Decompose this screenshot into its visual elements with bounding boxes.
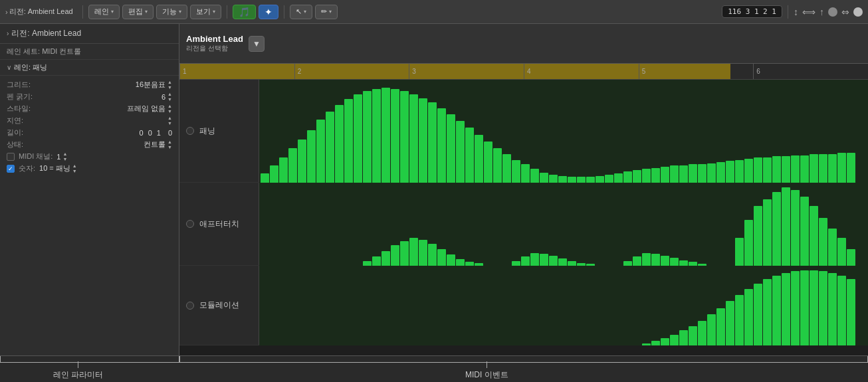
- panel-header: › 리전: Ambient Lead: [0, 24, 179, 44]
- annotation-line-right: [487, 361, 487, 368]
- right-annotation-text: MIDI 이벤트: [465, 369, 508, 381]
- lane-panning-radio[interactable]: [186, 127, 194, 135]
- number-label: 숫자:: [19, 163, 35, 173]
- function-menu-button[interactable]: 기능 ▾: [156, 5, 187, 19]
- lane-aftertouch-canvas[interactable]: [259, 183, 868, 266]
- pen-value: 6 ▲▼: [162, 92, 172, 102]
- midi-channel-checkbox[interactable]: [7, 153, 15, 161]
- divider-1: [82, 5, 83, 19]
- delay-value: ▲▼: [165, 116, 172, 126]
- annotation-left: 레인 파라미터: [53, 361, 103, 381]
- lane-aftertouch-label-area: 애프터터치: [179, 183, 259, 265]
- dropdown-arrow: ▾: [213, 9, 215, 15]
- status-label: 상태:: [7, 140, 23, 149]
- lane-aftertouch-radio[interactable]: [186, 220, 194, 228]
- chevron-icon: ›: [5, 8, 8, 16]
- region-label: 리전: Ambient Lead: [9, 7, 73, 17]
- dot-icon-dark: [828, 7, 837, 17]
- style-value: 프레임 없음 ▲▼: [127, 104, 172, 114]
- region-subtitle: 리전을 선택함: [186, 44, 243, 53]
- style-label: 스타일:: [7, 104, 31, 114]
- status-param-row: 상태: 컨트롤 ▲▼: [7, 140, 172, 149]
- ruler-mark-3: 3: [409, 64, 524, 79]
- divider-3: [284, 5, 284, 19]
- dot-icon-light: [853, 7, 863, 17]
- toolbar: › 리전: Ambient Lead 레인 ▾ 편집 ▾ 기능 ▾ 보기 ▾ 🎵…: [0, 0, 868, 24]
- main-area: › 리전: Ambient Lead 레인 세트: MIDI 컨트롤 ∨ 레인:…: [0, 24, 868, 355]
- lane-menu-button[interactable]: 레인 ▾: [88, 5, 120, 19]
- blue-tool-button[interactable]: ✦: [259, 5, 278, 19]
- left-panel: › 리전: Ambient Lead 레인 세트: MIDI 컨트롤 ∨ 레인:…: [0, 24, 179, 355]
- status-value: 컨트롤 ▲▼: [144, 140, 172, 149]
- number-stepper[interactable]: ▲▼: [72, 163, 77, 173]
- bracket-right: [179, 356, 868, 363]
- pointer-tool-button[interactable]: ↖▾: [290, 5, 312, 19]
- ruler-mark-2: 2: [294, 64, 409, 79]
- pencil-tool-button[interactable]: ✏▾: [315, 5, 338, 19]
- midi-channel-stepper[interactable]: ▲▼: [62, 151, 67, 161]
- grid-param-row: 그리드: 16분음표 ▲▼: [7, 80, 172, 90]
- updown-icon[interactable]: ↕: [794, 7, 798, 17]
- divider-2: [227, 5, 227, 19]
- lane-modulation-label-area: 모듈레이션: [179, 266, 259, 345]
- dropdown-arrow: ▾: [304, 9, 306, 15]
- bottom-bar: 레인 파라미터 MIDI 이벤트: [0, 355, 868, 382]
- left-annotation-text: 레인 파라미터: [53, 369, 103, 381]
- divider-4: [788, 5, 788, 19]
- delay-label: 지연:: [7, 116, 23, 126]
- status-stepper[interactable]: ▲▼: [167, 140, 172, 149]
- style-stepper[interactable]: ▲▼: [167, 104, 172, 114]
- midi-lanes: 패닝 애프터터치 모듈레이션: [179, 80, 868, 355]
- transport-display: 116 3 1 2 1: [722, 5, 782, 18]
- up-icon[interactable]: ↑: [819, 7, 824, 17]
- annotation-line-left: [78, 361, 78, 368]
- delay-stepper[interactable]: ▲▼: [167, 116, 172, 126]
- ruler-mark-1: 1: [179, 64, 294, 79]
- grid-stepper[interactable]: ▲▼: [167, 80, 172, 90]
- number-row: 숫자: 10 = 패닝 ▲▼: [7, 163, 172, 173]
- timeline-ruler[interactable]: 1 2 3 4 5 6: [179, 64, 868, 80]
- lane-modulation-canvas[interactable]: [259, 266, 868, 345]
- number-value: 10 = 패닝 ▲▼: [39, 163, 77, 173]
- arrows-icon[interactable]: ⇔: [841, 7, 849, 17]
- grid-value: 16분음표 ▲▼: [136, 80, 172, 90]
- pen-param-row: 펜 굵기: 6 ▲▼: [7, 92, 172, 102]
- params-section: 그리드: 16분음표 ▲▼ 펜 굵기: 6 ▲▼ 스타일: 프레임 없음 ▲▼: [0, 76, 179, 355]
- dropdown-arrow: ▾: [179, 9, 181, 15]
- lane-expand-icon[interactable]: ∨: [7, 64, 11, 71]
- dropdown-arrow: ▾: [111, 9, 114, 15]
- number-checkbox[interactable]: [7, 165, 15, 173]
- midi-channel-row: MIDI 채널: 1 ▲▼: [7, 151, 172, 161]
- ruler-marks: 1 2 3 4 5 6: [179, 64, 868, 79]
- grid-label: 그리드:: [7, 80, 31, 90]
- region-icon-button[interactable]: ▼: [249, 36, 265, 52]
- pen-label: 펜 굵기:: [7, 92, 33, 102]
- view-menu-button[interactable]: 보기 ▾: [190, 5, 221, 19]
- edit-menu-button[interactable]: 편집 ▾: [122, 5, 154, 19]
- lane-panning-text: 패닝: [199, 126, 215, 137]
- toolbar-left-section: › 리전: Ambient Lead: [5, 7, 77, 17]
- green-midi-button[interactable]: 🎵: [233, 5, 256, 19]
- lane-modulation: 모듈레이션: [179, 266, 868, 345]
- dropdown-arrow: ▾: [329, 9, 332, 15]
- region-chevron-icon: ›: [7, 30, 9, 37]
- midi-channel-label: MIDI 채널:: [19, 151, 53, 161]
- lane-set-row: 레인 세트: MIDI 컨트롤: [0, 44, 179, 60]
- delay-param-row: 지연: ▲▼: [7, 116, 172, 126]
- length-param-row: 길이: 0010: [7, 128, 172, 138]
- region-header-bar: Ambient Lead 리전을 선택함 ▼: [179, 24, 868, 64]
- pen-stepper[interactable]: ▲▼: [167, 92, 172, 102]
- transport-icons: ↕ ⟺ ↑ ⇔: [794, 7, 863, 17]
- dropdown-arrow: ▾: [145, 9, 148, 15]
- lane-aftertouch-text: 애프터터치: [199, 219, 239, 230]
- lane-header-row: ∨ 레인: 패닝: [0, 60, 179, 76]
- length-value: 0010: [140, 129, 173, 137]
- resize-icon[interactable]: ⟺: [802, 7, 815, 17]
- lane-panning-label-area: 패닝: [179, 80, 259, 182]
- lane-aftertouch: 애프터터치: [179, 183, 868, 266]
- lane-modulation-radio[interactable]: [186, 302, 194, 310]
- ruler-mark-6: 6: [753, 64, 868, 79]
- ruler-mark-5: 5: [639, 64, 754, 79]
- annotation-right: MIDI 이벤트: [465, 361, 508, 381]
- lane-panning-canvas[interactable]: [259, 80, 868, 183]
